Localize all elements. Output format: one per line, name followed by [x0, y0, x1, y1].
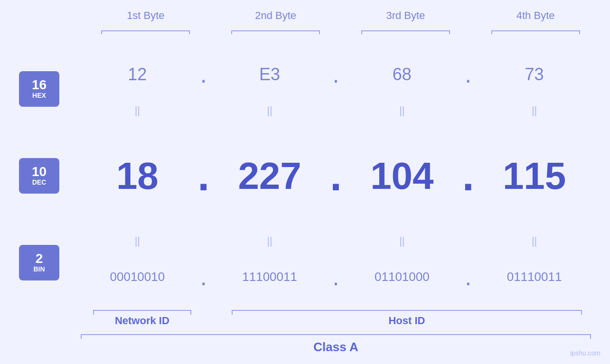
sep-hd-1: ||: [81, 104, 194, 117]
hex-badge-wrapper: 16 HEX: [19, 71, 76, 107]
data-rows: 16 HEX 10 DEC 2 BIN: [19, 46, 591, 306]
hex-dot-3: .: [459, 61, 478, 88]
hex-row-group: 12 . E3 . 68 . 73: [81, 46, 591, 103]
dec-value-row: 18 . 227 . 104 . 115: [81, 118, 591, 234]
id-brackets-inner: Network ID Host ID: [81, 310, 591, 327]
hex-dot-2: .: [327, 61, 346, 88]
hex-val-4: 73: [478, 65, 591, 84]
class-bracket-line: [81, 334, 591, 335]
hex-dot-1: .: [194, 61, 213, 88]
sep-dec-bin: || || || ||: [81, 234, 591, 248]
hex-val-1: 12: [81, 65, 194, 84]
badge-column: 16 HEX 10 DEC 2 BIN: [19, 46, 81, 306]
bracket-4: [480, 27, 591, 36]
top-brackets: [19, 27, 591, 36]
dec-badge: 10 DEC: [19, 158, 59, 194]
class-label: Class A: [81, 340, 591, 355]
host-id-line: [232, 310, 582, 311]
bin-dot-3: .: [459, 263, 478, 291]
bin-dot-2: .: [327, 263, 346, 291]
bin-badge: 2 BIN: [19, 245, 59, 280]
sep-hd-2: ||: [213, 104, 327, 117]
bracket-1: [90, 27, 201, 36]
bin-badge-wrapper: 2 BIN: [19, 245, 76, 280]
id-brackets-section: Network ID Host ID: [19, 310, 591, 327]
watermark: ipshu.com: [570, 349, 601, 357]
dec-dot-3: .: [459, 151, 478, 200]
hex-val-3: 68: [346, 65, 459, 84]
hex-value-row: 12 . E3 . 68 . 73: [81, 46, 591, 103]
dec-val-4: 115: [478, 154, 591, 198]
dec-val-2: 227: [213, 154, 327, 198]
sep-db-1: ||: [81, 235, 194, 247]
class-row: Class A: [19, 334, 591, 355]
dec-badge-wrapper: 10 DEC: [19, 158, 76, 194]
dec-dot-2: .: [327, 151, 346, 200]
sep-hex-dec: || || || ||: [81, 103, 591, 118]
sep-db-2: ||: [213, 235, 327, 247]
byte-header-1: 1st Byte: [90, 9, 201, 22]
byte-header-4: 4th Byte: [480, 9, 591, 22]
bin-value-row: 00010010 . 11100011 . 01101000 . 0111001…: [81, 248, 591, 306]
bin-val-2: 11100011: [213, 270, 327, 284]
byte-headers-row: 1st Byte 2nd Byte 3rd Byte 4th Byte: [19, 9, 591, 22]
network-id-label: Network ID: [115, 315, 169, 327]
sep-db-4: ||: [478, 235, 591, 247]
sep-db-3: ||: [346, 235, 459, 247]
network-id-line: [93, 310, 191, 311]
host-id-label: Host ID: [388, 315, 425, 327]
sep-hd-4: ||: [478, 104, 591, 117]
bin-dot-1: .: [194, 263, 213, 291]
host-id-bracket: Host ID: [223, 310, 591, 327]
sep-hd-3: ||: [346, 104, 459, 117]
main-container: 1st Byte 2nd Byte 3rd Byte 4th Byte 16 H…: [0, 0, 610, 364]
bracket-2: [220, 27, 331, 36]
bracket-3: [350, 27, 461, 36]
byte-header-3: 3rd Byte: [350, 9, 461, 22]
hex-badge: 16 HEX: [19, 71, 59, 107]
bin-val-3: 01101000: [346, 270, 459, 284]
values-column: 12 . E3 . 68 . 73 || || || ||: [81, 46, 591, 306]
dec-val-3: 104: [346, 154, 459, 198]
hex-val-2: E3: [213, 65, 327, 84]
dec-dot-1: .: [194, 151, 213, 200]
byte-header-2: 2nd Byte: [220, 9, 331, 22]
dec-val-1: 18: [81, 154, 194, 198]
bin-val-1: 00010010: [81, 270, 194, 284]
network-id-bracket: Network ID: [81, 310, 204, 327]
bin-val-4: 01110011: [478, 270, 591, 284]
bin-row-group: 00010010 . 11100011 . 01101000 . 0111001…: [81, 248, 591, 306]
dec-row-group: 18 . 227 . 104 . 115: [81, 118, 591, 234]
